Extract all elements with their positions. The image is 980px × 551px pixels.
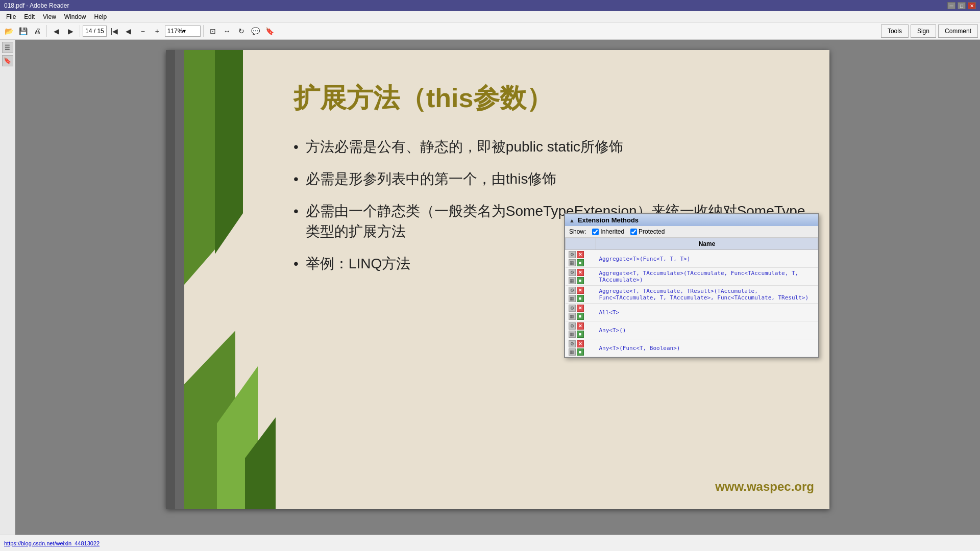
- separator: [46, 25, 47, 37]
- bullet-text-4: 举例：LINQ方法: [306, 254, 410, 273]
- prev-page-button[interactable]: ◀: [122, 24, 135, 38]
- menu-window[interactable]: Window: [60, 12, 90, 21]
- zoom-in-button[interactable]: +: [151, 24, 164, 38]
- ext-methods-table: Name ⚙ ✕ ▦ ■: [565, 238, 818, 357]
- method-text-1: Aggregate<T>(Func<T, T, T>): [599, 256, 691, 262]
- protected-checkbox[interactable]: Protected: [630, 228, 665, 235]
- sidebar-pages-icon[interactable]: ☰: [2, 42, 13, 53]
- icon-5d: ■: [577, 331, 584, 338]
- icon-1b: ✕: [577, 251, 584, 258]
- page-total: 15: [97, 28, 104, 35]
- pdf-viewer[interactable]: 扩展方法（this参数） • 方法必需是公有、静态的，即被public stat…: [15, 40, 980, 535]
- bookmark-icon[interactable]: 🔖: [263, 24, 277, 38]
- slide-title: 扩展方法（this参数）: [293, 81, 819, 116]
- table-row: ⚙ ✕ ▦ ■ Any<T>(): [566, 321, 818, 339]
- decorative-left: [166, 50, 288, 509]
- row-icons-1: ⚙ ✕ ▦ ■: [566, 250, 596, 268]
- method-name-2: Aggregate<T, TAccumulate>(TAccumulate, F…: [596, 268, 818, 286]
- method-name-6: Any<T>(Func<T, Boolean>): [596, 339, 818, 357]
- row-icons-4: ⚙ ✕ ▦ ■: [566, 304, 596, 321]
- title-bar: 018.pdf - Adobe Reader ─ □ ✕: [0, 0, 980, 11]
- icon-5a: ⚙: [569, 322, 576, 330]
- fit-page-button[interactable]: ⊡: [206, 24, 219, 38]
- method-text-6: Any<T>(Func<T, Boolean>): [599, 345, 680, 352]
- table-row: ⚙ ✕ ▦ ■ Aggregate<T, TAccumulate, TResul…: [566, 286, 818, 304]
- ext-panel-titlebar: ▲ Extension Methods: [565, 214, 818, 226]
- menu-view[interactable]: View: [39, 12, 60, 21]
- menu-file[interactable]: File: [2, 12, 20, 21]
- ext-collapse-icon[interactable]: ▲: [569, 217, 575, 223]
- icon-3c: ▦: [569, 295, 576, 302]
- separator3: [203, 25, 204, 37]
- right-toolbar: Tools Sign Comment: [881, 24, 978, 38]
- ext-panel-options: Show: Inherited Protected: [565, 226, 818, 238]
- window-controls: ─ □ ✕: [947, 2, 976, 9]
- page-separator: /: [92, 28, 97, 35]
- comment-button[interactable]: Comment: [938, 24, 978, 38]
- icon-4d: ■: [577, 313, 584, 320]
- deco-green-mid: [215, 50, 243, 254]
- tools-button[interactable]: Tools: [881, 24, 909, 38]
- row-icons-3: ⚙ ✕ ▦ ■: [566, 286, 596, 304]
- menu-help[interactable]: Help: [90, 12, 111, 21]
- icon-5c: ▦: [569, 331, 576, 338]
- inherited-label: Inherited: [600, 228, 624, 235]
- page-current: 14: [85, 28, 92, 35]
- table-row: ⚙ ✕ ▦ ■ Aggregate<T, TAccumulate>(TAccum…: [566, 268, 818, 286]
- menu-edit[interactable]: Edit: [20, 12, 39, 21]
- bullet-dot-2: •: [293, 169, 299, 189]
- first-page-button[interactable]: |◀: [108, 24, 121, 38]
- protected-label: Protected: [639, 228, 665, 235]
- watermark: www.waspec.org: [715, 480, 814, 494]
- forward-button[interactable]: ▶: [64, 24, 77, 38]
- save-button[interactable]: 💾: [16, 24, 30, 38]
- row-icons-2: ⚙ ✕ ▦ ■: [566, 268, 596, 286]
- zoom-dropdown-icon[interactable]: ▾: [183, 28, 186, 35]
- deco-bar-1: [166, 50, 175, 509]
- minimize-button[interactable]: ─: [947, 2, 955, 9]
- comment-icon[interactable]: 💬: [249, 24, 262, 38]
- ext-show-label: Show:: [569, 228, 586, 235]
- inherited-check[interactable]: [592, 229, 599, 235]
- icon-4c: ▦: [569, 313, 576, 320]
- zoom-out-button[interactable]: −: [136, 24, 150, 38]
- deco-green-top: [184, 50, 215, 285]
- print-button[interactable]: 🖨: [31, 24, 44, 38]
- icon-3d: ■: [577, 295, 584, 302]
- close-button[interactable]: ✕: [968, 2, 976, 9]
- method-name-1: Aggregate<T>(Func<T, T, T>): [596, 250, 818, 268]
- icon-4a: ⚙: [569, 305, 576, 312]
- method-name-4: All<T>: [596, 304, 818, 321]
- rotate-button[interactable]: ↻: [235, 24, 248, 38]
- icon-6b: ✕: [577, 340, 584, 347]
- open-button[interactable]: 📂: [2, 24, 15, 38]
- fit-width-button[interactable]: ↔: [220, 24, 234, 38]
- bullet-1: • 方法必需是公有、静态的，即被public static所修饰: [293, 137, 819, 157]
- back-button[interactable]: ◀: [50, 24, 63, 38]
- method-text-4: All<T>: [599, 309, 620, 316]
- maximize-button[interactable]: □: [958, 2, 966, 9]
- method-name-5: Any<T>(): [596, 321, 818, 339]
- bullet-dot-4: •: [293, 254, 299, 273]
- icon-1c: ▦: [569, 259, 576, 266]
- status-bar: https://blog.csdn.net/weixin_44813022: [0, 535, 980, 551]
- separator2: [80, 25, 80, 37]
- icon-6c: ▦: [569, 348, 576, 356]
- icon-1a: ⚙: [569, 251, 576, 258]
- page-nav: 14 / 15: [83, 26, 107, 37]
- extension-methods-panel[interactable]: ▲ Extension Methods Show: Inherited Prot…: [564, 213, 819, 358]
- protected-check[interactable]: [630, 229, 637, 235]
- icon-6d: ■: [577, 348, 584, 356]
- sidebar-bookmarks-icon[interactable]: 🔖: [2, 55, 13, 66]
- left-sidebar: ☰ 🔖: [0, 40, 15, 535]
- method-text-5: Any<T>(): [599, 327, 626, 334]
- bullet-text-2: 必需是形参列表中的第一个，由this修饰: [306, 169, 557, 189]
- menu-bar: File Edit View Window Help: [0, 11, 980, 22]
- sign-button[interactable]: Sign: [911, 24, 936, 38]
- ext-panel-title: Extension Methods: [578, 216, 639, 224]
- slide-content: 扩展方法（this参数） • 方法必需是公有、静态的，即被public stat…: [166, 50, 829, 509]
- icon-3b: ✕: [577, 287, 584, 294]
- main-area: ☰ 🔖 扩展方法（this参数） • 方法必需是公有、静态: [0, 40, 980, 535]
- bullet-2: • 必需是形参列表中的第一个，由this修饰: [293, 169, 819, 189]
- inherited-checkbox[interactable]: Inherited: [592, 228, 624, 235]
